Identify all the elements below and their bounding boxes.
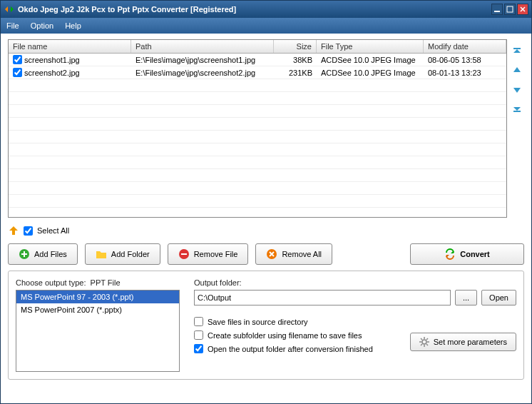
col-size[interactable]: Size: [274, 40, 317, 53]
select-all-label: Select All: [37, 226, 69, 235]
window-title: Okdo Jpeg Jp2 J2k Pcx to Ppt Pptx Conver…: [18, 5, 490, 14]
file-table: File name Path Size File Type Modify dat…: [8, 39, 507, 218]
file-date: 08-01-13 13:23: [424, 68, 506, 78]
menubar: File Option Help: [1, 18, 531, 34]
add-folder-label: Add Folder: [111, 250, 150, 258]
col-name[interactable]: File name: [9, 40, 131, 53]
content: File name Path Size File Type Modify dat…: [1, 34, 531, 403]
table-header: File name Path Size File Type Modify dat…: [9, 40, 506, 54]
file-type: ACDSee 10.0 JPEG Image: [317, 55, 424, 65]
add-folder-button[interactable]: Add Folder: [85, 243, 160, 265]
file-path: E:\Files\image\jpg\screenshot1.jpg: [131, 55, 274, 65]
app-window: Okdo Jpeg Jp2 J2k Pcx to Ppt Pptx Conver…: [0, 0, 532, 404]
svg-rect-1: [507, 6, 513, 12]
add-files-label: Add Files: [34, 250, 67, 258]
file-name: screenshot1.jpg: [24, 56, 80, 64]
gear-icon: [419, 337, 429, 347]
move-down-button[interactable]: [511, 84, 523, 95]
menu-option[interactable]: Option: [31, 21, 53, 30]
add-files-button[interactable]: Add Files: [8, 243, 78, 265]
file-size: 231KB: [274, 68, 317, 78]
action-buttons: Add Files Add Folder Remove File Remove …: [8, 243, 524, 265]
remove-all-button[interactable]: Remove All: [255, 243, 332, 265]
move-up-button[interactable]: [511, 65, 523, 76]
output-folder-label: Output folder:: [194, 278, 516, 287]
convert-icon: [444, 248, 456, 260]
svg-line-11: [426, 344, 428, 345]
save-in-source-label: Save files in source directory: [208, 318, 308, 326]
row-checkbox[interactable]: [13, 68, 22, 77]
remove-all-label: Remove All: [282, 250, 322, 258]
create-subfolder-label: Create subfolder using filename to save …: [208, 331, 362, 340]
folder-icon: [96, 248, 107, 260]
select-all-row: Select All: [8, 223, 524, 238]
move-bottom-button[interactable]: [511, 102, 523, 113]
menu-help[interactable]: Help: [65, 21, 81, 30]
output-type-list[interactable]: MS PowerPoint 97 - 2003 (*.ppt)MS PowerP…: [16, 290, 180, 372]
open-after-row: Open the output folder after conversion …: [194, 344, 410, 353]
open-folder-button[interactable]: Open: [481, 290, 516, 305]
create-subfolder-row: Create subfolder using filename to save …: [194, 330, 410, 340]
output-folder-input[interactable]: [194, 290, 451, 305]
output-type-pane: Choose output type: PPT File MS PowerPoi…: [16, 278, 180, 372]
app-icon: [4, 4, 15, 15]
row-checkbox[interactable]: [13, 55, 22, 64]
file-size: 38KB: [274, 55, 317, 65]
create-subfolder-checkbox[interactable]: [194, 330, 203, 340]
svg-line-10: [421, 338, 422, 340]
file-date: 08-06-05 13:58: [424, 55, 506, 65]
more-parameters-button[interactable]: Set more parameters: [410, 333, 516, 351]
svg-point-5: [422, 340, 426, 344]
file-type: ACDSee 10.0 JPEG Image: [317, 68, 424, 78]
menu-file[interactable]: File: [6, 21, 19, 30]
svg-line-12: [426, 338, 428, 340]
convert-button[interactable]: Convert: [410, 243, 524, 265]
svg-line-13: [421, 344, 422, 345]
open-after-label: Open the output folder after conversion …: [208, 345, 373, 353]
table-row[interactable]: screenshot2.jpgE:\Files\image\jpg\screen…: [9, 66, 506, 79]
minus-icon: [178, 248, 190, 260]
col-type[interactable]: File Type: [317, 40, 424, 53]
remove-file-button[interactable]: Remove File: [168, 243, 249, 265]
settings-panel: Choose output type: PPT File MS PowerPoi…: [8, 271, 524, 380]
remove-file-label: Remove File: [194, 250, 238, 258]
maximize-button[interactable]: [504, 4, 516, 15]
select-all-checkbox[interactable]: [24, 226, 33, 236]
output-folder-pane: Output folder: ... Open Save files in so…: [194, 278, 516, 372]
plus-icon: [19, 248, 30, 260]
output-type-option[interactable]: MS PowerPoint 2007 (*.pptx): [16, 303, 179, 316]
minimize-button[interactable]: [491, 4, 503, 15]
table-area: File name Path Size File Type Modify dat…: [8, 39, 524, 218]
table-row[interactable]: screenshot1.jpgE:\Files\image\jpg\screen…: [9, 54, 506, 66]
reorder-controls: [510, 39, 524, 218]
output-type-label: Choose output type: PPT File: [16, 278, 180, 287]
open-after-checkbox[interactable]: [194, 344, 203, 353]
output-type-option[interactable]: MS PowerPoint 97 - 2003 (*.ppt): [16, 291, 179, 303]
file-path: E:\Files\image\jpg\screenshot2.jpg: [131, 68, 274, 78]
file-name: screenshot2.jpg: [24, 69, 80, 77]
col-path[interactable]: Path: [131, 40, 274, 53]
x-icon: [266, 248, 277, 260]
move-top-button[interactable]: [511, 46, 523, 58]
table-body: screenshot1.jpgE:\Files\image\jpg\screen…: [9, 54, 506, 218]
titlebar: Okdo Jpeg Jp2 J2k Pcx to Ppt Pptx Conver…: [1, 1, 531, 18]
col-date[interactable]: Modify date: [424, 40, 506, 53]
svg-rect-0: [494, 11, 500, 12]
up-folder-icon[interactable]: [8, 225, 19, 236]
more-parameters-label: Set more parameters: [434, 338, 507, 346]
close-button[interactable]: [517, 4, 528, 15]
convert-label: Convert: [460, 250, 490, 258]
output-folder-row: ... Open: [194, 290, 516, 305]
save-in-source-checkbox[interactable]: [194, 317, 203, 326]
save-in-source-row: Save files in source directory: [194, 317, 410, 326]
browse-button[interactable]: ...: [455, 290, 477, 305]
